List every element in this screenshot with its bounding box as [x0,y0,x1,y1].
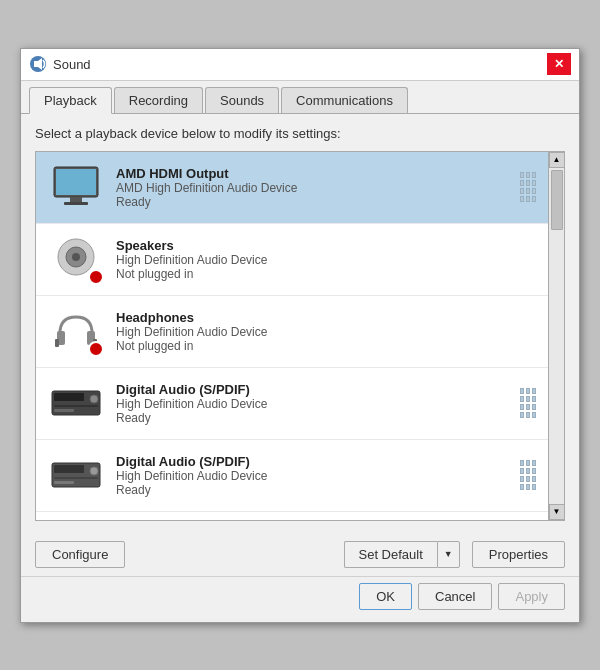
headphone-icon [46,304,106,359]
device-list-container: AMD HDMI Output AMD High Definition Audi… [35,151,565,521]
digital-audio-icon [46,376,106,431]
device-status: Not plugged in [116,339,538,353]
device-name: Headphones [116,310,538,325]
tab-communications[interactable]: Communications [281,87,408,113]
set-default-button[interactable]: Set Default [344,541,437,568]
not-plugged-badge [88,269,104,285]
scroll-up-button[interactable]: ▲ [549,152,565,168]
dialog-title: Sound [53,57,91,72]
svg-rect-11 [55,339,59,347]
device-driver: AMD High Definition Audio Device [116,181,518,195]
device-driver: High Definition Audio Device [116,469,518,483]
close-button[interactable]: ✕ [547,53,571,75]
svg-rect-14 [54,393,84,401]
svg-rect-4 [70,197,82,202]
set-default-group: Set Default ▼ [344,541,460,568]
svg-rect-17 [54,409,74,412]
main-content: Select a playback device below to modify… [21,114,579,533]
device-driver: High Definition Audio Device [116,397,518,411]
list-item[interactable]: Digital Audio (S/PDIF) High Definition A… [36,440,548,512]
device-status: Ready [116,483,518,497]
list-item[interactable]: Digital Audio (S/PDIF) High Definition A… [36,368,548,440]
svg-rect-3 [56,169,96,195]
monitor-svg [50,163,102,211]
level-bars [518,168,538,206]
level-bars [518,384,538,422]
properties-button[interactable]: Properties [472,541,565,568]
list-item[interactable]: AMD HDMI Output AMD High Definition Audi… [36,152,548,224]
title-bar: Sound ✕ [21,49,579,81]
instruction-text: Select a playback device below to modify… [35,126,565,141]
device-name: Digital Audio (S/PDIF) [116,382,518,397]
level-bars [518,456,538,494]
device-info: Digital Audio (S/PDIF) High Definition A… [116,382,518,425]
svg-rect-19 [54,465,84,473]
bottom-button-bar: Configure Set Default ▼ Properties [21,533,579,576]
device-info: AMD HDMI Output AMD High Definition Audi… [116,166,518,209]
digital-audio-2-icon [46,448,106,503]
cancel-button[interactable]: Cancel [418,583,492,610]
device-name: Speakers [116,238,538,253]
list-item[interactable]: Headphones High Definition Audio Device … [36,296,548,368]
configure-button[interactable]: Configure [35,541,125,568]
device-driver: High Definition Audio Device [116,325,538,339]
not-plugged-badge [88,341,104,357]
tab-bar: Playback Recording Sounds Communications [21,81,579,114]
svg-rect-22 [54,481,74,484]
device-status: Ready [116,411,518,425]
tab-playback[interactable]: Playback [29,87,112,114]
device-name: Digital Audio (S/PDIF) [116,454,518,469]
tab-sounds[interactable]: Sounds [205,87,279,113]
set-default-arrow-button[interactable]: ▼ [437,541,460,568]
svg-point-15 [90,395,98,403]
tab-recording[interactable]: Recording [114,87,203,113]
svg-point-20 [90,467,98,475]
digital2-svg [50,451,102,499]
device-list: AMD HDMI Output AMD High Definition Audi… [36,152,548,520]
device-info: Headphones High Definition Audio Device … [116,310,538,353]
scroll-track [549,168,564,504]
scroll-thumb[interactable] [551,170,563,230]
ok-button[interactable]: OK [359,583,412,610]
svg-rect-5 [64,202,88,205]
device-status: Not plugged in [116,267,538,281]
device-name: AMD HDMI Output [116,166,518,181]
speaker-icon [46,232,106,287]
apply-button[interactable]: Apply [498,583,565,610]
svg-point-8 [72,253,80,261]
device-status: Ready [116,195,518,209]
device-info: Speakers High Definition Audio Device No… [116,238,538,281]
title-bar-left: Sound [29,55,91,73]
sound-dialog: Sound ✕ Playback Recording Sounds Commun… [20,48,580,623]
sound-app-icon [29,55,47,73]
scrollbar[interactable]: ▲ ▼ [548,152,564,520]
svg-rect-21 [54,477,98,479]
device-driver: High Definition Audio Device [116,253,538,267]
scroll-down-button[interactable]: ▼ [549,504,565,520]
device-info: Digital Audio (S/PDIF) High Definition A… [116,454,518,497]
svg-rect-16 [54,405,98,407]
digital-svg [50,379,102,427]
list-item[interactable]: Speakers High Definition Audio Device No… [36,224,548,296]
dialog-footer: OK Cancel Apply [21,576,579,622]
monitor-icon [46,160,106,215]
